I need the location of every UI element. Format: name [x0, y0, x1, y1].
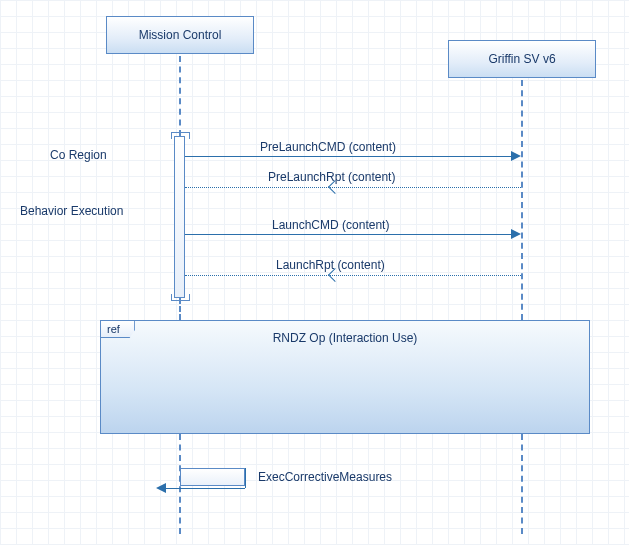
lifeline-label: Griffin SV v6	[488, 52, 555, 66]
msg-label-prelaunchcmd: PreLaunchCMD (content)	[260, 140, 396, 154]
co-region-label: Co Region	[50, 148, 107, 162]
coregion-bracket-bot	[171, 294, 190, 301]
msg-label-launchcmd: LaunchCMD (content)	[272, 218, 389, 232]
arrow-left-solid-icon	[156, 483, 166, 493]
lifeline-griffin[interactable]: Griffin SV v6	[448, 40, 596, 78]
msg-line-launchrpt[interactable]	[185, 275, 521, 276]
lifeline-label: Mission Control	[139, 28, 222, 42]
msg-line-prelaunchrpt[interactable]	[185, 187, 521, 188]
msg-line-prelaunchcmd[interactable]	[185, 156, 513, 157]
self-msg-down	[245, 468, 246, 488]
lifeline-line-griffin-top	[521, 80, 523, 320]
interaction-use-title: RNDZ Op (Interaction Use)	[101, 331, 589, 345]
behavior-execution-bar[interactable]	[174, 136, 185, 298]
interaction-use-box[interactable]: ref RNDZ Op (Interaction Use)	[100, 320, 590, 434]
lifeline-line-mission-control-gap	[179, 298, 181, 320]
arrow-right-icon	[511, 151, 521, 161]
arrow-right-icon	[511, 229, 521, 239]
behavior-execution-label: Behavior Execution	[20, 204, 123, 218]
self-message-box[interactable]	[180, 468, 245, 486]
msg-label-launchrpt: LaunchRpt (content)	[276, 258, 385, 272]
lifeline-mission-control[interactable]: Mission Control	[106, 16, 254, 54]
msg-label-execcorrective: ExecCorrectiveMeasures	[258, 470, 392, 484]
lifeline-line-griffin-bot	[521, 434, 523, 534]
msg-line-launchcmd[interactable]	[185, 234, 513, 235]
self-msg-return[interactable]	[162, 488, 245, 489]
lifeline-line-mission-control-top	[179, 56, 181, 136]
